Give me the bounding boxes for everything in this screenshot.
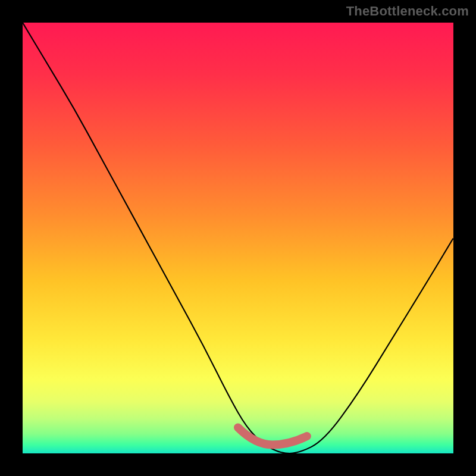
curve-line bbox=[23, 23, 453, 453]
chart-frame: TheBottleneck.com bbox=[0, 0, 476, 476]
highlight-segment bbox=[238, 428, 307, 445]
bottleneck-curve bbox=[23, 23, 453, 453]
plot-area bbox=[23, 23, 453, 453]
watermark-text: TheBottleneck.com bbox=[346, 4, 469, 19]
